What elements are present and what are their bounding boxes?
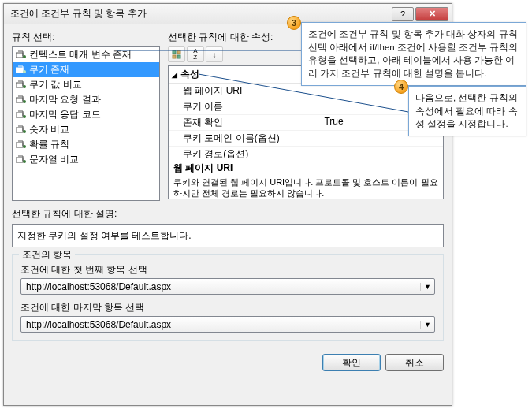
list-item-label: 확률 규칙 — [29, 138, 69, 151]
list-item-label: 문자열 비교 — [29, 153, 79, 166]
svg-rect-4 — [16, 83, 23, 87]
rule-description-text: 지정한 쿠키의 설정 여부를 테스트합니다. — [17, 230, 192, 241]
property-name: 쿠키 도메인 이름(옵션) — [169, 131, 319, 146]
list-item-label: 마지막 응답 코드 — [29, 108, 101, 121]
rule-icon — [16, 140, 27, 149]
svg-rect-12 — [16, 143, 23, 147]
rule-description-box: 지정한 쿠키의 설정 여부를 테스트합니다. — [12, 224, 444, 247]
dialog-title: 조건에 조건부 규칙 및 항목 추가 — [10, 7, 390, 20]
callout-3: 조건에 조건부 규칙 및 항목 추가 대화 상자의 규칙 선택 아래에서 if/… — [301, 22, 526, 86]
svg-point-11 — [23, 130, 26, 133]
condition-items-group: 조건의 항목 조건에 대한 첫 번째 항목 선택 http://localhos… — [12, 254, 444, 341]
rule-icon — [16, 110, 27, 119]
callout-4: 다음으로, 선택한 규칙의 속성에서 필요에 따라 속성 설정을 지정합니다. — [408, 86, 526, 136]
combo-value: http://localhost:53068/Default.aspx — [21, 319, 420, 330]
rule-icon — [16, 50, 27, 59]
svg-rect-6 — [16, 98, 23, 102]
selected-rule-desc-label: 선택한 규칙에 대한 설명: — [12, 207, 444, 221]
svg-point-15 — [23, 160, 26, 163]
list-item-label: 쿠키 값 비교 — [29, 78, 82, 91]
group-label: 조건의 항목 — [19, 248, 75, 262]
rule-select-label: 규칙 선택: — [12, 31, 160, 44]
last-item-label: 조건에 대한 마지막 항목 선택 — [20, 301, 435, 314]
svg-rect-2 — [16, 68, 23, 73]
close-button[interactable]: ✕ — [415, 7, 448, 21]
svg-rect-0 — [16, 53, 23, 58]
cancel-button[interactable]: 취소 — [385, 354, 444, 371]
list-item[interactable]: 문자열 비교 — [13, 152, 159, 167]
property-value[interactable] — [319, 147, 443, 158]
svg-point-13 — [23, 145, 26, 148]
help-button[interactable]: ? — [392, 7, 414, 21]
rule-icon — [16, 65, 27, 74]
svg-point-5 — [23, 85, 26, 88]
callout-badge-4: 4 — [394, 80, 408, 94]
property-name: 쿠키 경로(옵션) — [169, 147, 319, 158]
first-item-label: 조건에 대한 첫 번째 항목 선택 — [20, 263, 435, 277]
list-item-label: 숫자 비교 — [29, 123, 69, 136]
chevron-down-icon: ▼ — [420, 321, 434, 329]
svg-rect-8 — [16, 113, 23, 117]
list-item[interactable]: 쿠키 값 비교 — [13, 77, 159, 92]
last-item-combo[interactable]: http://localhost:53068/Default.aspx ▼ — [20, 316, 435, 333]
property-description-pane: 웹 페이지 URI 쿠키와 연결된 웹 페이지 URI입니다. 프로토콜 및 호… — [168, 158, 444, 199]
rule-icon — [16, 80, 27, 89]
rule-icon — [16, 125, 27, 134]
callout-text: 조건에 조건부 규칙 및 항목 추가 대화 상자의 규칙 선택 아래에서 if/… — [308, 29, 519, 78]
callout-badge-3: 3 — [287, 16, 301, 30]
svg-point-9 — [23, 115, 26, 118]
list-item-label: 쿠키 존재 — [29, 63, 69, 76]
list-item[interactable]: 숫자 비교 — [13, 122, 159, 137]
svg-point-1 — [23, 55, 26, 58]
list-item[interactable]: 마지막 요청 결과 — [13, 92, 159, 107]
callout-text: 다음으로, 선택한 규칙의 속성에서 필요에 따라 속성 설정을 지정합니다. — [415, 93, 518, 128]
svg-point-3 — [23, 70, 26, 73]
svg-point-7 — [23, 100, 26, 103]
ok-button[interactable]: 확인 — [322, 354, 381, 371]
list-item[interactable]: 마지막 응답 코드 — [13, 107, 159, 122]
svg-rect-14 — [16, 158, 23, 162]
callout-leader-line — [117, 50, 306, 76]
property-row[interactable]: 쿠키 경로(옵션) — [169, 147, 443, 158]
propdesc-title: 웹 페이지 URI — [173, 162, 438, 175]
button-row: 확인 취소 — [4, 348, 452, 377]
list-item-label: 마지막 요청 결과 — [29, 93, 101, 106]
chevron-down-icon: ▼ — [420, 283, 434, 291]
combo-value: http://localhost:53068/Default.aspx — [21, 281, 420, 292]
svg-rect-10 — [16, 128, 23, 132]
first-item-combo[interactable]: http://localhost:53068/Default.aspx ▼ — [20, 278, 435, 295]
rule-icon — [16, 95, 27, 104]
list-item[interactable]: 확률 규칙 — [13, 137, 159, 152]
rule-icon — [16, 155, 27, 164]
property-row[interactable]: 쿠키 도메인 이름(옵션) — [169, 131, 443, 147]
propdesc-body: 쿠키와 연결된 웹 페이지 URI입니다. 프로토콜 및 호스트 이름이 필요하… — [173, 177, 438, 199]
